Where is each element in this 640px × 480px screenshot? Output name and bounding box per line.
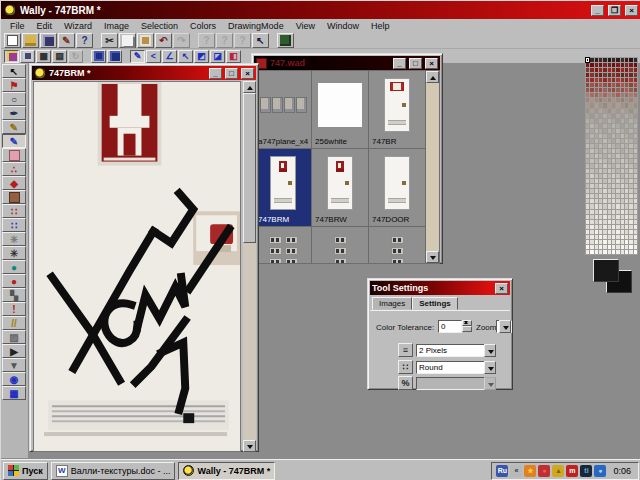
palette-swatch[interactable] bbox=[616, 73, 619, 77]
palette-swatch[interactable] bbox=[599, 250, 602, 254]
palette-swatch[interactable] bbox=[586, 210, 589, 214]
palette-swatch[interactable] bbox=[595, 124, 598, 128]
palette-swatch[interactable] bbox=[608, 68, 611, 72]
palette-swatch[interactable] bbox=[586, 63, 589, 67]
palette-swatch[interactable] bbox=[634, 235, 637, 239]
brush-shape-dropdown-button[interactable] bbox=[484, 361, 496, 374]
palette-swatch[interactable] bbox=[625, 215, 628, 219]
palette-swatch[interactable] bbox=[595, 154, 598, 158]
palette-swatch[interactable] bbox=[599, 194, 602, 198]
palette-swatch[interactable] bbox=[608, 199, 611, 203]
palette-swatch[interactable] bbox=[608, 93, 611, 97]
palette-swatch[interactable] bbox=[586, 83, 589, 87]
palette-swatch[interactable] bbox=[625, 189, 628, 193]
palette-swatch[interactable] bbox=[590, 194, 593, 198]
palette-swatch[interactable] bbox=[616, 139, 619, 143]
palette-swatch[interactable] bbox=[595, 240, 598, 244]
palette-swatch[interactable] bbox=[629, 230, 632, 234]
palette-swatch[interactable] bbox=[634, 124, 637, 128]
palette-swatch[interactable] bbox=[586, 194, 589, 198]
palette-swatch[interactable] bbox=[608, 189, 611, 193]
menu-selection[interactable]: Selection bbox=[135, 20, 184, 32]
menu-help[interactable]: Help bbox=[365, 20, 396, 32]
palette-swatch[interactable] bbox=[616, 245, 619, 249]
palette-swatch[interactable] bbox=[621, 73, 624, 77]
palette-swatch[interactable] bbox=[586, 149, 589, 153]
palette-swatch[interactable] bbox=[590, 179, 593, 183]
palette-swatch[interactable] bbox=[603, 83, 606, 87]
palette-swatch[interactable] bbox=[595, 179, 598, 183]
palette-swatch[interactable] bbox=[634, 73, 637, 77]
palette-swatch[interactable] bbox=[590, 149, 593, 153]
palette-swatch[interactable] bbox=[586, 235, 589, 239]
palette-swatch[interactable] bbox=[634, 63, 637, 67]
palette-swatch[interactable] bbox=[612, 114, 615, 118]
palette-swatch[interactable] bbox=[603, 109, 606, 113]
palette-swatch[interactable] bbox=[625, 78, 628, 82]
palette-swatch[interactable] bbox=[595, 184, 598, 188]
palette-swatch[interactable] bbox=[625, 114, 628, 118]
palette-swatch[interactable] bbox=[590, 103, 593, 107]
palette-swatch[interactable] bbox=[629, 68, 632, 72]
eraser-tool-button[interactable] bbox=[2, 148, 26, 162]
palette-swatch[interactable] bbox=[608, 159, 611, 163]
task-button-wally[interactable]: Wally - 747BRM * bbox=[178, 462, 275, 480]
palette-swatch[interactable] bbox=[616, 240, 619, 244]
palette-swatch[interactable] bbox=[608, 240, 611, 244]
palette-swatch[interactable] bbox=[608, 114, 611, 118]
palette-swatch[interactable] bbox=[603, 159, 606, 163]
palette-swatch[interactable] bbox=[590, 215, 593, 219]
palette-swatch[interactable] bbox=[612, 103, 615, 107]
palette-swatch[interactable] bbox=[634, 220, 637, 224]
palette-swatch[interactable] bbox=[608, 210, 611, 214]
palette-swatch[interactable] bbox=[595, 235, 598, 239]
palette-swatch[interactable] bbox=[621, 164, 624, 168]
lines-tool-button[interactable]: // bbox=[2, 316, 26, 330]
palette-swatch[interactable] bbox=[629, 210, 632, 214]
palette-swatch[interactable] bbox=[599, 199, 602, 203]
palette-swatch[interactable] bbox=[621, 204, 624, 208]
palette-swatch[interactable] bbox=[612, 159, 615, 163]
palette-swatch[interactable] bbox=[621, 235, 624, 239]
palette-swatch[interactable] bbox=[590, 210, 593, 214]
palette-swatch[interactable] bbox=[603, 250, 606, 254]
stamp-tool-button[interactable] bbox=[2, 190, 26, 204]
palette-swatch[interactable] bbox=[586, 68, 589, 72]
palette-swatch[interactable] bbox=[625, 149, 628, 153]
tab-settings[interactable]: Settings bbox=[412, 297, 458, 310]
palette-swatch[interactable] bbox=[616, 119, 619, 123]
palette-swatch[interactable] bbox=[595, 164, 598, 168]
palette-swatch[interactable] bbox=[590, 225, 593, 229]
palette-swatch[interactable] bbox=[629, 250, 632, 254]
palette-swatch[interactable] bbox=[612, 250, 615, 254]
palette-swatch[interactable] bbox=[621, 88, 624, 92]
palette-swatch[interactable] bbox=[621, 103, 624, 107]
menu-wizard[interactable]: Wizard bbox=[58, 20, 98, 32]
palette-swatch[interactable] bbox=[621, 199, 624, 203]
palette-swatch[interactable] bbox=[616, 194, 619, 198]
palette-swatch[interactable] bbox=[595, 78, 598, 82]
palette-swatch[interactable] bbox=[621, 144, 624, 148]
palette-swatch[interactable] bbox=[629, 184, 632, 188]
palette-swatch[interactable] bbox=[608, 220, 611, 224]
palette-swatch[interactable] bbox=[621, 129, 624, 133]
palette-swatch[interactable] bbox=[603, 88, 606, 92]
palette-swatch[interactable] bbox=[629, 119, 632, 123]
palette-swatch[interactable] bbox=[629, 215, 632, 219]
palette-swatch[interactable] bbox=[634, 189, 637, 193]
palette-swatch[interactable] bbox=[625, 109, 628, 113]
palette-swatch[interactable] bbox=[612, 230, 615, 234]
palette-swatch[interactable] bbox=[586, 134, 589, 138]
palette-swatch[interactable] bbox=[608, 250, 611, 254]
texture-cell-win4[interactable] bbox=[312, 227, 369, 264]
palette-swatch[interactable] bbox=[595, 189, 598, 193]
palette-swatch[interactable] bbox=[616, 220, 619, 224]
palette-swatch[interactable] bbox=[621, 230, 624, 234]
tab-images[interactable]: Images bbox=[372, 297, 412, 310]
palette-swatch[interactable] bbox=[595, 159, 598, 163]
palette-swatch[interactable] bbox=[590, 159, 593, 163]
palette-swatch[interactable] bbox=[625, 199, 628, 203]
palette-swatch[interactable] bbox=[621, 194, 624, 198]
palette-swatch[interactable] bbox=[586, 174, 589, 178]
palette-swatch[interactable] bbox=[625, 184, 628, 188]
